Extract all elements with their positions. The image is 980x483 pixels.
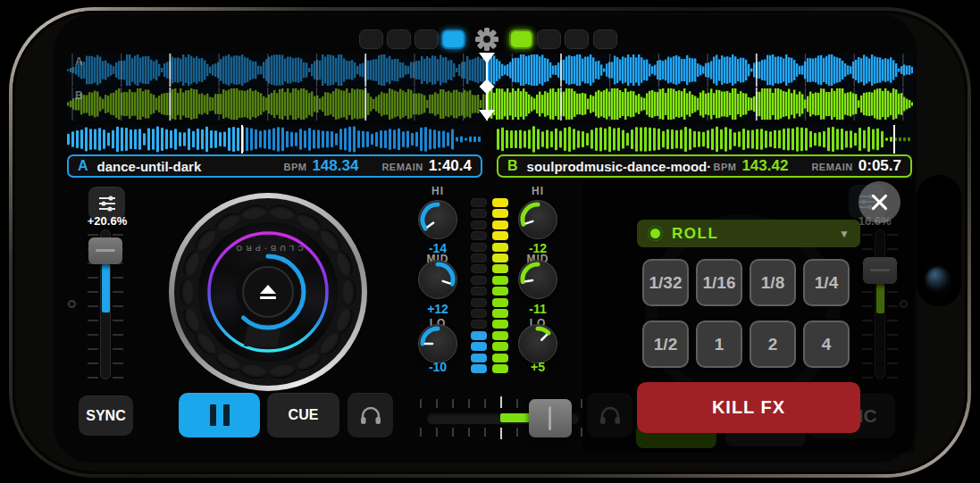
eject-icon — [260, 285, 276, 294]
track-info-b: B soulprodmusic-dance-mood· BPM 143.42 R… — [497, 154, 912, 178]
front-camera-housing — [917, 175, 961, 306]
pitch-fader-a-handle[interactable] — [88, 237, 122, 264]
eject-button[interactable] — [242, 266, 294, 318]
cue-button-a[interactable]: CUE — [267, 393, 339, 437]
vu-meter-left — [471, 198, 487, 375]
bpm-label-a: BPM — [283, 162, 306, 172]
eq-mid-value-b: -11 — [509, 302, 566, 316]
settings-gear-icon[interactable] — [474, 27, 499, 52]
playhead-top-marker — [479, 53, 495, 63]
fx-beat-button[interactable]: 1/2 — [642, 321, 689, 368]
bpm-value-a: 148.34 — [312, 157, 358, 175]
hotcue-slot[interactable] — [441, 29, 465, 49]
eq-lo-value-b: +5 — [509, 360, 566, 374]
bpm-label-b: BPM — [713, 162, 736, 172]
fx-beat-button[interactable]: 1/8 — [750, 259, 796, 306]
fx-beat-button[interactable]: 2 — [750, 321, 796, 368]
track-title-a: dance-until-dark — [97, 159, 202, 174]
eq-hi-label-b: HI — [509, 185, 566, 197]
fx-beat-button[interactable]: 4 — [803, 321, 850, 368]
remain-value-a: 1:40.4 — [429, 157, 472, 175]
hotcue-slot[interactable] — [537, 29, 561, 49]
remain-label-a: REMAIN — [381, 162, 423, 172]
hotcue-slot[interactable] — [593, 29, 617, 49]
pitch-fader-a-fill — [102, 264, 110, 312]
sliders-icon — [97, 195, 117, 212]
dropdown-caret-icon: ▼ — [839, 228, 850, 240]
fx-beat-button[interactable]: 1/4 — [803, 259, 850, 306]
eq-lo-knob-b[interactable] — [518, 324, 557, 363]
headphone-button-a[interactable] — [348, 393, 393, 437]
kill-fx-button[interactable]: KILL FX — [637, 382, 860, 433]
pitch-reset-dot-a — [68, 300, 76, 308]
eq-mid-knob-b[interactable] — [518, 260, 557, 299]
eq-mid-value-a: +12 — [409, 302, 466, 316]
sync-button-a[interactable]: SYNC — [79, 396, 133, 436]
eq-lo-knob-a[interactable] — [418, 324, 457, 363]
eq-lo-value-a: -10 — [409, 360, 466, 374]
track-info-a: A dance-until-dark BPM 148.34 REMAIN 1:4… — [67, 154, 482, 178]
remain-label-b: REMAIN — [811, 162, 852, 172]
vu-meter-right — [492, 198, 508, 375]
eq-mid-knob-a[interactable] — [418, 260, 457, 299]
headphone-icon — [359, 404, 382, 426]
fx-close-button[interactable] — [859, 181, 900, 223]
pause-button-a[interactable] — [179, 393, 260, 437]
crossfader-fill — [500, 413, 531, 422]
remain-value-b: 0:05.7 — [859, 157, 901, 175]
hotcue-slot[interactable] — [415, 29, 439, 49]
pitch-value-a: +20.6% — [71, 214, 143, 228]
hotcue-slot[interactable] — [359, 29, 383, 49]
mini-playhead-b — [893, 125, 895, 154]
hotcue-slot[interactable] — [509, 29, 533, 49]
eq-hi-label-a: HI — [409, 185, 466, 197]
jog-wheel-a[interactable]: CLUB·PRO — [169, 193, 367, 391]
fx-selector[interactable]: ROLL ▼ — [637, 220, 860, 247]
fx-beat-button[interactable]: 1/16 — [696, 259, 742, 306]
pause-icon — [210, 404, 216, 426]
hotcue-slot[interactable] — [565, 29, 589, 49]
fx-active-dot — [648, 226, 663, 241]
deck-b-badge: B — [507, 158, 518, 174]
track-title-b: soulprodmusic-dance-mood· — [527, 159, 712, 174]
waveform-a-label: A — [75, 55, 83, 68]
eq-hi-knob-a[interactable] — [418, 200, 457, 239]
fx-beat-button[interactable]: 1 — [696, 321, 742, 368]
playhead-bottom-marker — [479, 110, 495, 121]
waveform-b-label: B — [75, 89, 83, 102]
fx-beat-button[interactable]: 1/32 — [642, 259, 689, 306]
fx-name: ROLL — [672, 225, 718, 243]
deck-a-badge: A — [78, 158, 88, 174]
hotcue-slot[interactable] — [387, 29, 411, 49]
bpm-value-b: 143.42 — [741, 157, 788, 175]
camera-lens — [926, 267, 950, 291]
mini-playhead-a — [241, 125, 243, 154]
eq-hi-knob-b[interactable] — [518, 200, 557, 239]
mini-waveform-b[interactable] — [497, 125, 912, 154]
crossfader-handle[interactable] — [529, 399, 572, 437]
mini-waveform-a[interactable] — [67, 125, 482, 154]
